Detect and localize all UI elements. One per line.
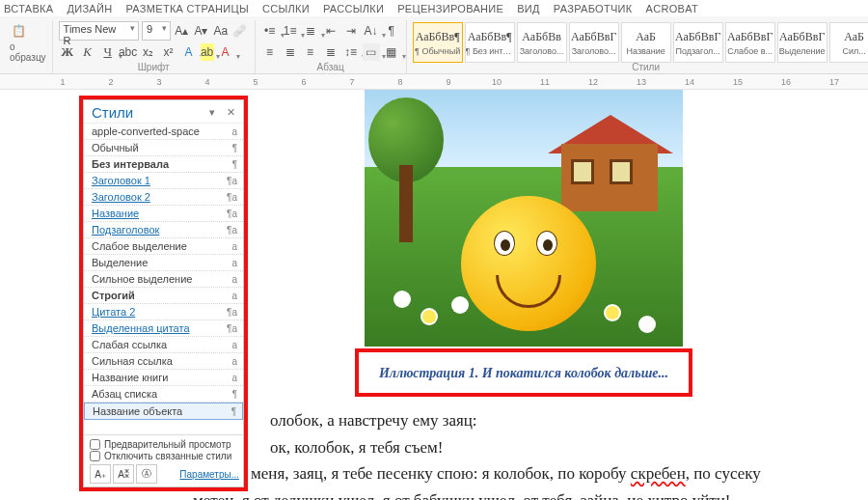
tab-view[interactable]: ВИД bbox=[517, 3, 540, 14]
line-spacing-icon[interactable]: ↕≡ bbox=[342, 43, 360, 61]
styles-options-link[interactable]: Параметры... bbox=[179, 469, 239, 480]
preview-checkbox[interactable]: Предварительный просмотр bbox=[90, 439, 239, 450]
ribbon: 📋 о образцу Times New R 9 A▴ A▾ Aa 🩹 Ж К… bbox=[0, 16, 868, 74]
underline-button[interactable]: Ч bbox=[99, 43, 117, 61]
tab-layout[interactable]: РАЗМЕТКА СТРАНИЦЫ bbox=[125, 3, 249, 14]
style-list-item[interactable]: Цитата 2¶a bbox=[84, 304, 243, 320]
style-tile[interactable]: АаБбВвГЗаголово... bbox=[569, 22, 619, 63]
italic-button[interactable]: К bbox=[79, 43, 96, 61]
style-list-item[interactable]: Заголовок 2¶a bbox=[84, 189, 243, 206]
paste-icon[interactable]: 📋 bbox=[10, 22, 27, 40]
tab-review[interactable]: РЕЦЕНЗИРОВАНИЕ bbox=[397, 3, 503, 14]
style-list-item[interactable]: Обычный¶ bbox=[84, 140, 243, 156]
font-name-select[interactable]: Times New R bbox=[59, 21, 139, 41]
style-list-item[interactable]: Название книгиa bbox=[84, 370, 243, 386]
style-list-item[interactable]: Подзаголовок¶a bbox=[84, 222, 243, 238]
caption-frame: Иллюстрация 1. И покатился колобок дальш… bbox=[355, 348, 692, 397]
clear-format-icon[interactable]: 🩹 bbox=[231, 22, 248, 40]
styles-pane-frame: Стили ▾ ✕ apple-converted-spaceaОбычный¶… bbox=[79, 96, 248, 491]
style-list-item[interactable]: Сильное выделениеa bbox=[84, 271, 243, 288]
style-list-item[interactable]: Название¶a bbox=[84, 206, 243, 222]
tab-mailings[interactable]: РАССЫЛКИ bbox=[323, 3, 384, 14]
illustration-image bbox=[365, 90, 683, 347]
style-tile[interactable]: АаБбВвГВыделение bbox=[777, 22, 827, 63]
pane-close-icon[interactable]: ✕ bbox=[227, 106, 237, 118]
format-painter-label[interactable]: о образцу bbox=[10, 42, 46, 63]
document-area: Стили ▾ ✕ apple-converted-spaceaОбычный¶… bbox=[0, 90, 868, 497]
tab-developer[interactable]: РАЗРАБОТЧИК bbox=[554, 3, 633, 14]
bullets-icon[interactable]: •≡ bbox=[261, 22, 279, 40]
document-text[interactable]: олобок, а навстречу ему заяц: ок, колобо… bbox=[193, 408, 858, 500]
style-inspector-icon[interactable]: A⁑ bbox=[113, 464, 134, 484]
justify-icon[interactable]: ≣ bbox=[322, 43, 339, 61]
indent-right-icon[interactable]: ⇥ bbox=[342, 22, 360, 40]
tab-design[interactable]: ДИЗАЙН bbox=[67, 3, 112, 14]
style-tile[interactable]: АаБНазвание bbox=[621, 22, 671, 63]
style-list-item[interactable]: apple-converted-spacea bbox=[84, 124, 243, 140]
horizontal-ruler[interactable]: 1234567891011121314151617 bbox=[0, 74, 868, 90]
superscript-button[interactable]: x² bbox=[160, 43, 177, 61]
tab-insert[interactable]: ВСТАВКА bbox=[4, 3, 53, 14]
style-list-item[interactable]: Слабое выделениеa bbox=[84, 238, 243, 255]
shrink-font-icon[interactable]: A▾ bbox=[193, 22, 209, 40]
paragraph-group-label: Абзац bbox=[256, 62, 406, 72]
pilcrow-icon[interactable]: ¶ bbox=[383, 22, 400, 40]
align-left-icon[interactable]: ≡ bbox=[261, 43, 279, 61]
borders-icon[interactable]: ▦ bbox=[383, 43, 400, 61]
indent-left-icon[interactable]: ⇤ bbox=[322, 22, 339, 40]
style-tile[interactable]: АаБбВв¶¶ Обычный bbox=[413, 22, 463, 63]
style-list-item[interactable]: Название объекта¶ bbox=[84, 403, 243, 420]
styles-gallery[interactable]: АаБбВв¶¶ ОбычныйАаБбВв¶¶ Без инте...АаБб… bbox=[413, 20, 868, 63]
sort-icon[interactable]: A↓ bbox=[363, 22, 380, 40]
styles-group-label: Стили bbox=[407, 62, 868, 72]
style-tile[interactable]: АаБбВвГСлабое в... bbox=[725, 22, 775, 63]
style-tile[interactable]: АаБбВвЗаголово... bbox=[517, 22, 567, 63]
style-list-item[interactable]: Без интервала¶ bbox=[84, 156, 243, 173]
shading-icon[interactable]: ▭ bbox=[363, 43, 380, 61]
style-list-item[interactable]: Сильная ссылкаa bbox=[84, 353, 243, 370]
disable-linked-checkbox[interactable]: Отключить связанные стили bbox=[90, 451, 239, 461]
change-case-icon[interactable]: Aa bbox=[212, 22, 229, 40]
illustration-caption[interactable]: Иллюстрация 1. И покатился колобок дальш… bbox=[379, 366, 668, 380]
multilevel-icon[interactable]: ≣ bbox=[302, 22, 319, 40]
strike-button[interactable]: abc bbox=[120, 43, 137, 61]
styles-pane-list[interactable]: apple-converted-spaceaОбычный¶Без интерв… bbox=[84, 123, 243, 434]
style-list-item[interactable]: Слабая ссылкаa bbox=[84, 337, 243, 353]
text-effects-icon[interactable]: A bbox=[180, 43, 198, 61]
highlight-icon[interactable]: ab bbox=[201, 43, 214, 61]
align-center-icon[interactable]: ≣ bbox=[282, 43, 299, 61]
style-list-item[interactable]: Абзац списка¶ bbox=[84, 386, 243, 403]
style-list-item[interactable]: Выделениеa bbox=[84, 255, 243, 271]
font-size-select[interactable]: 9 bbox=[142, 21, 171, 41]
style-list-item[interactable]: Выделенная цитата¶a bbox=[84, 320, 243, 337]
style-list-item[interactable]: Строгийa bbox=[84, 288, 243, 304]
subscript-button[interactable]: x₂ bbox=[140, 43, 157, 61]
grow-font-icon[interactable]: A▴ bbox=[174, 22, 190, 40]
ribbon-tabs: ВСТАВКА ДИЗАЙН РАЗМЕТКА СТРАНИЦЫ ССЫЛКИ … bbox=[0, 0, 868, 16]
bold-button[interactable]: Ж bbox=[59, 43, 76, 61]
style-tile[interactable]: АаБСил... bbox=[829, 22, 868, 63]
styles-pane-title: Стили bbox=[92, 104, 133, 121]
new-style-icon[interactable]: A₊ bbox=[90, 464, 111, 484]
font-group-label: Шрифт bbox=[53, 62, 255, 72]
style-tile[interactable]: АаБбВв¶¶ Без инте... bbox=[465, 22, 515, 63]
style-tile[interactable]: АаБбВвГПодзагол... bbox=[673, 22, 723, 63]
align-right-icon[interactable]: ≡ bbox=[302, 43, 319, 61]
style-list-item[interactable]: Заголовок 1¶a bbox=[84, 173, 243, 189]
tab-acrobat[interactable]: ACROBAT bbox=[646, 3, 698, 14]
numbering-icon[interactable]: 1≡ bbox=[282, 22, 299, 40]
tab-references[interactable]: ССЫЛКИ bbox=[262, 3, 310, 14]
pane-dropdown-icon[interactable]: ▾ bbox=[209, 106, 217, 118]
font-color-icon[interactable]: A bbox=[217, 43, 234, 61]
manage-styles-icon[interactable]: Ⓐ bbox=[136, 464, 157, 484]
styles-pane: Стили ▾ ✕ apple-converted-spaceaОбычный¶… bbox=[83, 99, 244, 487]
